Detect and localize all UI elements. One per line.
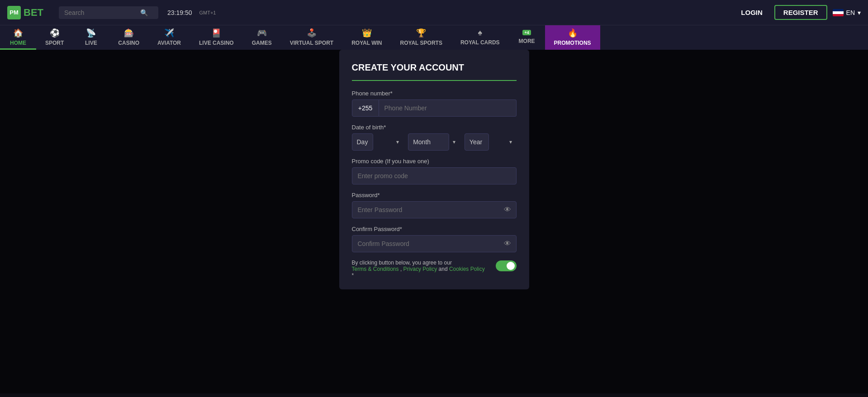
- nav-label-games: GAMES: [252, 40, 272, 46]
- nav-label-more: MORE: [519, 38, 535, 44]
- promo-label: Promo code (If you have one): [352, 158, 517, 165]
- nav-label-casino: CASINO: [118, 40, 139, 46]
- casino-icon: 🎰: [124, 28, 134, 38]
- nav-item-live-casino[interactable]: 🎴 LIVE CASINO: [190, 25, 243, 50]
- dob-label: Date of birth*: [352, 124, 517, 131]
- phone-label: Phone number*: [352, 90, 517, 97]
- clock-display: 23:19:50: [167, 9, 192, 16]
- logo: PM BET: [7, 6, 48, 19]
- day-select-wrapper: Day 123: [352, 133, 404, 151]
- register-modal: CREATE YOUR ACCOUNT Phone number* +255 D…: [339, 50, 529, 289]
- games-icon: 🎮: [257, 28, 267, 38]
- more-badge: +4: [522, 30, 531, 35]
- confirm-password-group: Confirm Password* 👁: [352, 226, 517, 252]
- modal-divider: [352, 80, 517, 81]
- confirm-password-wrapper: 👁: [352, 235, 517, 252]
- phone-input[interactable]: [379, 99, 517, 117]
- nav-item-promotions[interactable]: 🔥 PROMOTIONS: [545, 25, 600, 50]
- password-input[interactable]: [352, 201, 517, 218]
- year-select-wrapper: Year 200019991998: [465, 133, 517, 151]
- search-input[interactable]: [64, 9, 137, 16]
- sport-icon: ⚽: [50, 28, 60, 38]
- nav-item-royal-cards[interactable]: ♠️ ROYAL CARDS: [451, 25, 509, 50]
- nav-label-promotions: PROMOTIONS: [554, 40, 591, 46]
- topbar-right: LOGIN REGISTER EN ▾: [735, 5, 861, 20]
- nav-label-virtual-sport: VIRTUAL SPORT: [290, 40, 333, 46]
- terms-intro: By clicking button below, you agree to o…: [352, 260, 452, 266]
- register-button[interactable]: REGISTER: [774, 5, 827, 20]
- terms-comma: ,: [400, 266, 403, 272]
- lang-code: EN: [846, 9, 855, 16]
- modal-overlay: CREATE YOUR ACCOUNT Phone number* +255 D…: [0, 50, 868, 393]
- royal-cards-icon: ♠️: [478, 28, 482, 38]
- terms-conditions-link[interactable]: Terms & Conditions: [352, 266, 399, 272]
- nav-item-sport[interactable]: ⚽ SPORT: [36, 25, 73, 50]
- day-select[interactable]: Day 123: [352, 133, 373, 151]
- toggle-slider: [496, 260, 517, 271]
- logo-icon: PM: [7, 6, 21, 19]
- nav-item-aviator[interactable]: ✈️ AVIATOR: [148, 25, 190, 50]
- nav-label-royal-cards: ROYAL CARDS: [460, 39, 500, 46]
- royal-win-icon: 👑: [362, 28, 372, 38]
- nav-item-virtual-sport[interactable]: 🕹️ VIRTUAL SPORT: [281, 25, 342, 50]
- nav-item-live[interactable]: 📡 LIVE: [73, 25, 109, 50]
- nav-label-royal-win: ROYAL WIN: [351, 40, 382, 46]
- gmt-label: GMT+1: [199, 10, 216, 15]
- nav-item-games[interactable]: 🎮 GAMES: [243, 25, 281, 50]
- logo-bet-text: BET: [24, 7, 43, 19]
- main-content: CREATE YOUR ACCOUNT Phone number* +255 D…: [0, 50, 868, 393]
- navbar: 🏠 HOME ⚽ SPORT 📡 LIVE 🎰 CASINO ✈️ AVIATO…: [0, 25, 868, 50]
- terms-asterisk: *: [352, 272, 354, 279]
- password-group: Password* 👁: [352, 192, 517, 218]
- live-casino-icon: 🎴: [211, 28, 221, 38]
- nav-item-home[interactable]: 🏠 HOME: [0, 25, 36, 50]
- terms-and: and: [439, 266, 449, 272]
- topbar: PM BET 🔍 23:19:50 GMT+1 LOGIN REGISTER E…: [0, 0, 868, 25]
- nav-label-aviator: AVIATOR: [157, 40, 181, 46]
- password-wrapper: 👁: [352, 201, 517, 218]
- phone-group: Phone number* +255: [352, 90, 517, 117]
- confirm-password-input[interactable]: [352, 235, 517, 252]
- nav-label-live: LIVE: [85, 40, 97, 46]
- search-icon: 🔍: [140, 9, 148, 16]
- dob-group: Date of birth* Day 123 Month JanuaryFebr…: [352, 124, 517, 151]
- lang-chevron-icon: ▾: [858, 9, 861, 16]
- password-label: Password*: [352, 192, 517, 198]
- aviator-icon: ✈️: [164, 28, 174, 38]
- promo-group: Promo code (If you have one): [352, 158, 517, 184]
- nav-label-sport: SPORT: [45, 40, 64, 46]
- cookies-policy-link[interactable]: Cookies Policy: [449, 266, 485, 272]
- nav-item-more[interactable]: +4 MORE: [509, 25, 545, 50]
- password-eye-icon[interactable]: 👁: [504, 206, 511, 214]
- confirm-password-eye-icon[interactable]: 👁: [504, 240, 511, 248]
- month-select-wrapper: Month JanuaryFebruaryMarch AprilMayJune …: [408, 133, 460, 151]
- phone-prefix: +255: [352, 99, 379, 117]
- nav-label-live-casino: LIVE CASINO: [199, 40, 234, 46]
- confirm-password-label: Confirm Password*: [352, 226, 517, 232]
- flag-icon: [833, 9, 844, 16]
- terms-toggle[interactable]: [496, 260, 517, 271]
- nav-item-royal-sports[interactable]: 🏆 ROYAL SPORTS: [391, 25, 451, 50]
- search-bar[interactable]: 🔍: [59, 6, 158, 19]
- year-select[interactable]: Year 200019991998: [465, 133, 489, 151]
- modal-title: CREATE YOUR ACCOUNT: [352, 62, 517, 73]
- login-button[interactable]: LOGIN: [735, 6, 769, 19]
- home-icon: 🏠: [13, 28, 23, 38]
- dob-row: Day 123 Month JanuaryFebruaryMarch April…: [352, 133, 517, 151]
- nav-item-royal-win[interactable]: 👑 ROYAL WIN: [342, 25, 391, 50]
- promotions-icon: 🔥: [568, 28, 578, 38]
- phone-row: +255: [352, 99, 517, 117]
- royal-sports-icon: 🏆: [416, 28, 426, 38]
- live-icon: 📡: [86, 28, 96, 38]
- privacy-policy-link[interactable]: Privacy Policy: [403, 266, 437, 272]
- language-selector[interactable]: EN ▾: [833, 9, 861, 16]
- nav-label-royal-sports: ROYAL SPORTS: [400, 40, 442, 46]
- nav-item-casino[interactable]: 🎰 CASINO: [109, 25, 148, 50]
- terms-row: By clicking button below, you agree to o…: [352, 260, 517, 279]
- month-select[interactable]: Month JanuaryFebruaryMarch AprilMayJune …: [408, 133, 449, 151]
- virtual-sport-icon: 🕹️: [307, 28, 317, 38]
- nav-label-home: HOME: [10, 40, 26, 46]
- promo-input[interactable]: [352, 167, 517, 184]
- terms-text: By clicking button below, you agree to o…: [352, 260, 489, 279]
